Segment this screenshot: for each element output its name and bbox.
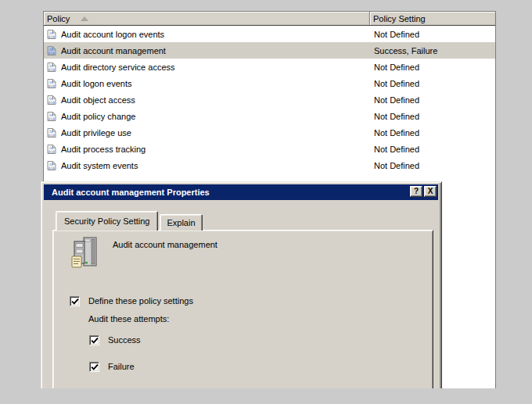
table-row[interactable]: 10 010 Audit privilege use Not Defined — [44, 124, 495, 141]
tab-security-policy-setting-label: Security Policy Setting — [64, 216, 149, 226]
define-policy-checkbox-label[interactable]: Define these policy settings — [88, 296, 193, 306]
dialog-policy-name: Audit account management — [113, 240, 217, 249]
policy-name: Audit policy change — [61, 112, 135, 121]
policy-document-icon: 10 010 — [46, 127, 57, 138]
security-policy-icon — [70, 236, 100, 269]
svg-text:010: 010 — [49, 51, 56, 55]
checkmark-icon — [71, 298, 79, 306]
svg-text:010: 010 — [49, 67, 56, 71]
dialog-titlebar[interactable]: Audit account management Properties ? X — [44, 184, 438, 200]
table-row[interactable]: 10 010 Audit policy change Not Defined — [44, 108, 495, 124]
policy-name: Audit directory service access — [61, 63, 175, 72]
column-header-policy-setting-label: Policy Setting — [373, 13, 426, 25]
table-row[interactable]: 10 010 Audit system events Not Defined — [44, 157, 495, 173]
failure-checkbox-label[interactable]: Failure — [108, 362, 135, 371]
policy-name: Audit process tracking — [61, 145, 146, 154]
policy-name: Audit account logon events — [61, 30, 164, 39]
screen: Policy Policy Setting 10 010 — [0, 0, 532, 404]
svg-text:010: 010 — [49, 166, 56, 170]
svg-text:010: 010 — [49, 34, 56, 38]
table-row[interactable]: 10 010 Audit object access Not Defined — [44, 91, 495, 108]
failure-checkbox[interactable] — [89, 362, 99, 372]
checkmark-icon — [91, 337, 99, 345]
policy-document-icon: 10 010 — [46, 111, 57, 122]
policy-setting-value: Not Defined — [374, 128, 419, 138]
audit-attempts-label: Audit these attempts: — [88, 314, 169, 324]
properties-dialog: Audit account management Properties ? X … — [41, 181, 442, 388]
policy-setting-value: Not Defined — [374, 63, 419, 72]
policy-document-icon: 10 010 — [46, 95, 57, 105]
policy-document-icon: 10 010 — [46, 45, 57, 56]
success-checkbox[interactable] — [89, 335, 99, 345]
column-header-policy[interactable]: Policy — [44, 12, 370, 25]
svg-text:010: 010 — [49, 133, 56, 137]
tab-strip: Security Policy Setting Explain — [56, 211, 203, 231]
table-row[interactable]: 10 010 Audit logon events Not Defined — [44, 75, 495, 91]
policy-document-icon: 10 010 — [46, 160, 57, 171]
success-checkbox-label[interactable]: Success — [108, 335, 141, 345]
policy-setting-value: Not Defined — [374, 95, 419, 105]
policy-name: Audit privilege use — [61, 128, 131, 138]
svg-text:010: 010 — [49, 84, 56, 88]
sort-ascending-icon — [81, 16, 88, 21]
checkmark-icon — [91, 363, 99, 371]
table-row[interactable]: 10 010 Audit account logon events Not De… — [44, 26, 495, 42]
list-header: Policy Policy Setting — [44, 12, 495, 26]
tab-security-policy-setting[interactable]: Security Policy Setting — [56, 211, 158, 231]
help-button[interactable]: ? — [410, 186, 422, 197]
svg-text:010: 010 — [49, 116, 56, 120]
svg-text:010: 010 — [49, 149, 56, 153]
tab-explain[interactable]: Explain — [160, 214, 202, 231]
tab-explain-label: Explain — [167, 218, 195, 227]
policy-setting-value: Not Defined — [374, 145, 419, 154]
policy-document-icon: 10 010 — [46, 29, 57, 40]
policy-name: Audit account management — [61, 46, 166, 55]
policy-setting-value: Not Defined — [374, 161, 419, 170]
policy-setting-value: Success, Failure — [374, 46, 437, 55]
policy-setting-value: Not Defined — [374, 79, 419, 88]
policy-name: Audit object access — [61, 95, 135, 105]
policy-name: Audit logon events — [61, 79, 132, 88]
table-row[interactable]: 10 010 Audit process tracking Not Define… — [44, 141, 495, 157]
column-header-policy-label: Policy — [47, 13, 70, 25]
svg-text:010: 010 — [49, 100, 56, 104]
policy-name: Audit system events — [61, 161, 138, 170]
table-row[interactable]: 10 010 Audit account management Success,… — [44, 42, 495, 59]
policy-document-icon: 10 010 — [46, 62, 57, 73]
policy-list-rows: 10 010 Audit account logon events Not De… — [44, 26, 495, 173]
policy-setting-value: Not Defined — [374, 112, 419, 121]
titlebar-buttons: ? X — [410, 186, 437, 197]
define-policy-checkbox[interactable] — [70, 296, 80, 306]
dialog-title: Audit account management Properties — [44, 188, 210, 197]
policy-document-icon: 10 010 — [46, 144, 57, 155]
column-header-policy-setting[interactable]: Policy Setting — [370, 12, 495, 25]
security-policy-setting-page: Audit account management Define these po… — [52, 230, 433, 388]
table-row[interactable]: 10 010 Audit directory service access No… — [44, 59, 495, 75]
close-button[interactable]: X — [424, 186, 437, 197]
policy-document-icon: 10 010 — [46, 78, 57, 89]
policy-setting-value: Not Defined — [374, 30, 419, 39]
